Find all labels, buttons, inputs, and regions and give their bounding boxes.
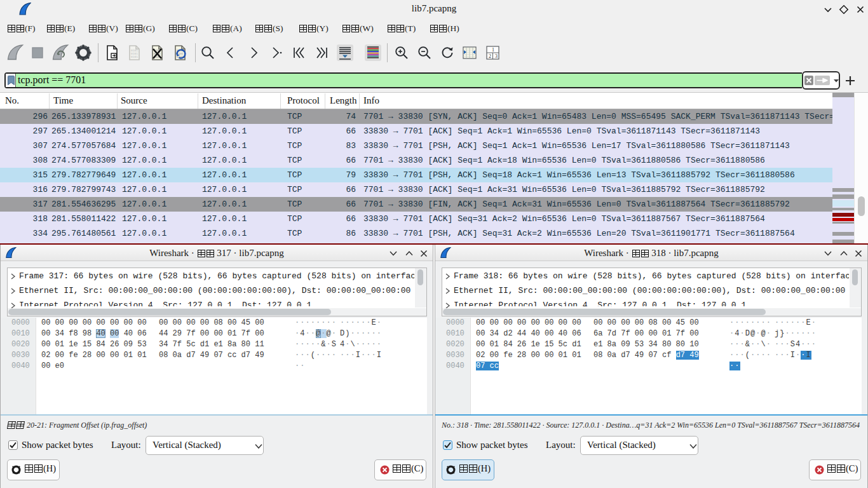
svg-text:1: 1: [492, 47, 494, 53]
svg-text:2: 2: [489, 53, 491, 59]
svg-text:3: 3: [495, 53, 498, 59]
svg-text:0101: 0101: [131, 55, 138, 58]
